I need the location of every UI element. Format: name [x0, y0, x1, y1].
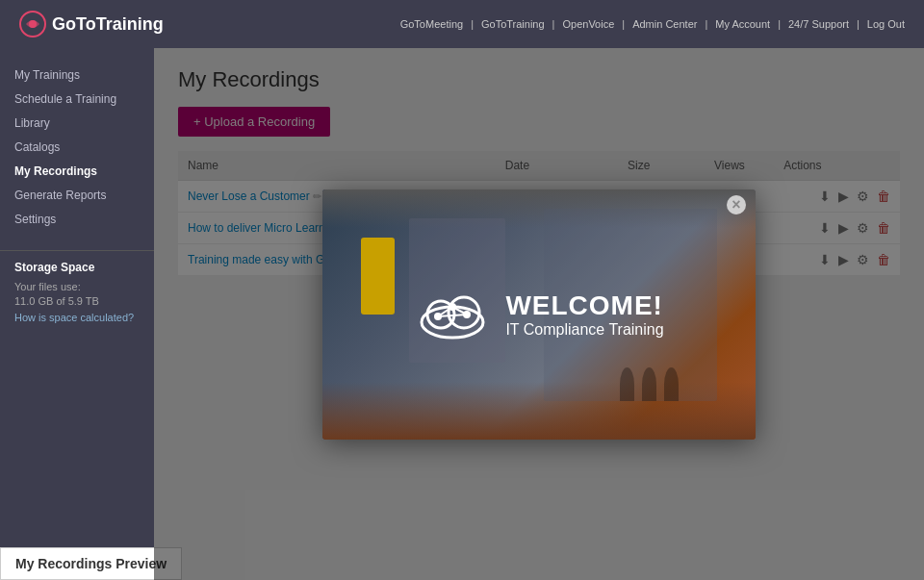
sidebar: My Trainings Schedule a Training Library… [0, 48, 154, 580]
welcome-content: WELCOME! IT Compliance Training [414, 286, 663, 343]
sidebar-item-catalogs[interactable]: Catalogs [0, 135, 154, 159]
logo-icon [19, 11, 46, 38]
sidebar-item-reports[interactable]: Generate Reports [0, 183, 154, 207]
modal-close-button[interactable]: × [727, 195, 746, 214]
storage-title: Storage Space [14, 261, 140, 274]
sidebar-nav: My Trainings Schedule a Training Library… [0, 63, 154, 231]
top-bar: GoToTraining GoToMeeting | GoToTraining … [0, 0, 924, 48]
sidebar-item-settings[interactable]: Settings [0, 207, 154, 231]
preview-modal: × [322, 189, 756, 440]
sidebar-item-my-trainings[interactable]: My Trainings [0, 63, 154, 87]
video-overlay: WELCOME! IT Compliance Training [322, 189, 756, 440]
sidebar-item-recordings[interactable]: My Recordings [0, 159, 154, 183]
nav-openvoice[interactable]: OpenVoice [562, 18, 614, 30]
storage-calc-link[interactable]: How is space calculated? [14, 312, 134, 323]
sidebar-item-schedule[interactable]: Schedule a Training [0, 87, 154, 111]
main-content: My Recordings + Upload a Recording Name … [154, 48, 924, 580]
welcome-line: WELCOME! [505, 290, 663, 321]
sidebar-storage: Storage Space Your files use: 11.0 GB of… [0, 250, 154, 334]
nav-gototraining[interactable]: GoToTraining [481, 18, 545, 30]
overlay[interactable]: × [154, 48, 924, 580]
nav-account[interactable]: My Account [715, 18, 770, 30]
cloud-icon [414, 286, 491, 343]
svg-line-10 [438, 315, 467, 316]
nav-admin[interactable]: Admin Center [632, 18, 697, 30]
storage-usage-label: Your files use: [14, 280, 140, 294]
storage-usage-value: 11.0 GB of 5.9 TB [14, 294, 140, 309]
subtitle-line: IT Compliance Training [505, 321, 663, 339]
main-layout: My Trainings Schedule a Training Library… [0, 48, 924, 580]
logo: GoToTraining [19, 11, 164, 38]
welcome-text: WELCOME! IT Compliance Training [505, 290, 663, 339]
nav-logout[interactable]: Log Out [867, 18, 905, 30]
nav-gotomeeting[interactable]: GoToMeeting [400, 18, 463, 30]
sidebar-item-library[interactable]: Library [0, 111, 154, 135]
nav-support[interactable]: 24/7 Support [788, 18, 849, 30]
top-nav-links: GoToMeeting | GoToTraining | OpenVoice |… [400, 18, 905, 30]
modal-video: WELCOME! IT Compliance Training [322, 189, 756, 440]
svg-point-1 [29, 20, 37, 28]
